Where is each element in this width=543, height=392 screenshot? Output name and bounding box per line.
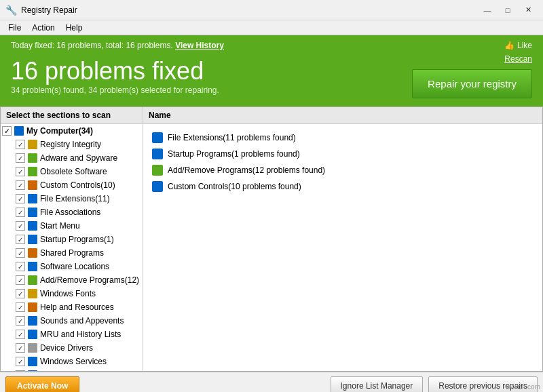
menu-action[interactable]: Action <box>26 22 60 34</box>
left-panel-item-add-remove[interactable]: ✓Add/Remove Programs(12) <box>1 273 143 287</box>
checkbox-windows-fonts[interactable]: ✓ <box>16 289 25 298</box>
label-file-associations: File Associations <box>40 208 100 217</box>
checkbox-shared-programs[interactable]: ✓ <box>16 248 25 258</box>
svg-rect-24 <box>152 165 163 176</box>
left-panel-item-file-associations[interactable]: ✓File Associations <box>1 205 143 219</box>
left-panel-item-device-drivers[interactable]: ✓Device Drivers <box>1 341 143 355</box>
label-windows-services: Windows Services <box>40 357 107 366</box>
checkbox-mru-history[interactable]: ✓ <box>16 330 25 339</box>
result-item-file-ext-result[interactable]: File Extensions(11 problems found) <box>149 130 537 146</box>
left-panel-item-help-resources[interactable]: ✓Help and Resources <box>1 300 143 314</box>
main-content: Select the sections to scan ✓My Computer… <box>0 106 543 372</box>
left-panel-list: ✓My Computer(34)✓Registry Integrity✓Adwa… <box>1 124 143 371</box>
left-panel-item-sounds-appevents[interactable]: ✓Sounds and Appevents <box>1 314 143 328</box>
icon-add-remove <box>27 275 38 286</box>
minimize-button[interactable]: — <box>478 3 497 17</box>
result-icon-add-remove-result <box>151 164 164 176</box>
svg-rect-2 <box>28 153 37 163</box>
label-custom-controls: Custom Controls(10) <box>40 180 115 190</box>
svg-rect-9 <box>28 248 37 258</box>
icon-windows-fonts <box>27 288 38 299</box>
menu-file[interactable]: File <box>3 22 26 34</box>
label-my-computer: My Computer(34) <box>26 126 93 136</box>
checkbox-sounds-appevents[interactable]: ✓ <box>16 316 25 326</box>
menu-help[interactable]: Help <box>60 22 88 34</box>
checkbox-custom-controls[interactable]: ✓ <box>16 180 25 190</box>
left-panel-item-file-extensions[interactable]: ✓File Extensions(11) <box>1 192 143 205</box>
svg-rect-4 <box>28 180 37 190</box>
label-sounds-appevents: Sounds and Appevents <box>40 316 124 326</box>
checkbox-add-remove[interactable]: ✓ <box>16 275 25 285</box>
checkbox-start-menu[interactable]: ✓ <box>16 221 25 231</box>
checkbox-file-extensions[interactable]: ✓ <box>16 194 25 203</box>
ignore-list-button[interactable]: Ignore List Manager <box>331 376 424 393</box>
title-bar: 🔧 Registry Repair — □ ✕ <box>0 0 543 20</box>
title-bar-title: Registry Repair <box>21 5 478 15</box>
activate-button[interactable]: Activate Now <box>5 376 79 393</box>
like-button[interactable]: 👍 Like <box>504 41 532 50</box>
svg-rect-25 <box>152 181 163 192</box>
left-panel-item-shared-programs[interactable]: ✓Shared Programs <box>1 246 143 260</box>
maximize-button[interactable]: □ <box>498 3 517 17</box>
icon-file-extensions <box>27 193 38 204</box>
repair-button[interactable]: Repair your registry <box>412 69 532 98</box>
left-panel-item-windows-fonts[interactable]: ✓Windows Fonts <box>1 287 143 300</box>
label-mru-history: MRU and History Lists <box>40 330 121 339</box>
icon-mru-history <box>27 329 38 340</box>
checkbox-help-resources[interactable]: ✓ <box>16 302 25 312</box>
svg-rect-8 <box>28 235 37 244</box>
svg-rect-11 <box>28 275 37 285</box>
checkbox-startup-programs[interactable]: ✓ <box>16 235 25 244</box>
result-label-custom-controls-result: Custom Controls(10 problems found) <box>168 182 301 191</box>
view-history-link[interactable]: View History <box>175 41 224 50</box>
result-item-add-remove-result[interactable]: Add/Remove Programs(12 problems found) <box>149 162 537 178</box>
left-panel-item-windows-services[interactable]: ✓Windows Services <box>1 355 143 368</box>
svg-rect-13 <box>28 302 37 312</box>
svg-rect-3 <box>28 167 37 176</box>
result-label-add-remove-result: Add/Remove Programs(12 problems found) <box>168 165 325 175</box>
checkbox-file-associations[interactable]: ✓ <box>16 208 25 217</box>
checkbox-software-locations[interactable]: ✓ <box>16 262 25 271</box>
left-panel-item-custom-controls[interactable]: ✓Custom Controls(10) <box>1 178 143 192</box>
label-virtual-devices: Virtual Devices <box>40 370 94 371</box>
left-panel-item-start-menu[interactable]: ✓Start Menu <box>1 219 143 233</box>
svg-rect-5 <box>28 194 37 203</box>
rescan-link[interactable]: Rescan <box>504 54 532 64</box>
left-panel-item-adware-spyware[interactable]: ✓Adware and Spyware <box>1 151 143 165</box>
left-panel-item-startup-programs[interactable]: ✓Startup Programs(1) <box>1 233 143 246</box>
checkbox-device-drivers[interactable]: ✓ <box>16 343 25 353</box>
label-adware-spyware: Adware and Spyware <box>40 153 117 163</box>
left-panel-item-registry-integrity[interactable]: ✓Registry Integrity <box>1 138 143 151</box>
bottom-bar: Activate Now Ignore List Manager Restore… <box>0 372 543 392</box>
label-software-locations: Software Locations <box>40 262 109 271</box>
left-panel-header: Select the sections to scan <box>1 107 143 124</box>
left-panel-item-mru-history[interactable]: ✓MRU and History Lists <box>1 328 143 341</box>
icon-file-associations <box>27 207 38 218</box>
checkbox-virtual-devices[interactable]: ✓ <box>16 370 25 371</box>
svg-rect-10 <box>28 262 37 271</box>
icon-registry-integrity <box>27 139 38 150</box>
checkbox-my-computer[interactable]: ✓ <box>2 126 12 136</box>
watermark: wsxdn.com <box>506 383 540 391</box>
title-bar-controls: — □ ✕ <box>478 3 538 17</box>
icon-help-resources <box>27 302 38 313</box>
icon-my-computer <box>14 125 24 136</box>
left-panel-item-software-locations[interactable]: ✓Software Locations <box>1 260 143 273</box>
checkbox-adware-spyware[interactable]: ✓ <box>16 153 25 163</box>
checkbox-registry-integrity[interactable]: ✓ <box>16 140 25 149</box>
svg-rect-12 <box>28 289 37 298</box>
left-panel-item-obsolete-software[interactable]: ✓Obsolete Software <box>1 165 143 178</box>
banner-top-bar: Today fixed: 16 problems, total: 16 prob… <box>11 41 532 50</box>
left-panel-item-my-computer[interactable]: ✓My Computer(34) <box>1 124 143 138</box>
result-label-file-ext-result: File Extensions(11 problems found) <box>168 133 296 142</box>
result-item-custom-controls-result[interactable]: Custom Controls(10 problems found) <box>149 178 537 195</box>
close-button[interactable]: ✕ <box>519 3 538 17</box>
checkbox-obsolete-software[interactable]: ✓ <box>16 167 25 176</box>
right-panel: Name File Extensions(11 problems found)S… <box>143 107 542 371</box>
checkbox-windows-services[interactable]: ✓ <box>16 357 25 366</box>
label-add-remove: Add/Remove Programs(12) <box>40 275 139 285</box>
result-item-startup-result[interactable]: Startup Programs(1 problems found) <box>149 146 537 162</box>
icon-device-drivers <box>27 342 38 353</box>
icon-adware-spyware <box>27 153 38 163</box>
left-panel-item-virtual-devices[interactable]: ✓Virtual Devices <box>1 368 143 371</box>
